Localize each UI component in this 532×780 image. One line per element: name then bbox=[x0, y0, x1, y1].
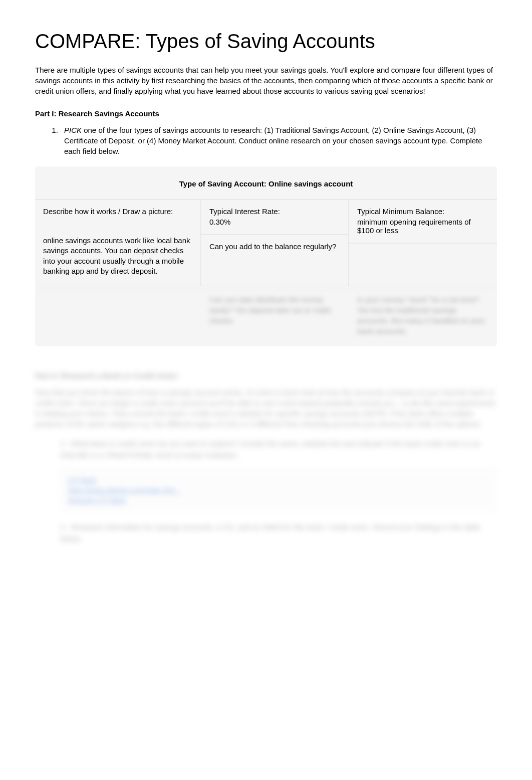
describe-label: Describe how it works / Draw a picture: bbox=[43, 207, 192, 216]
instruction-1: PICK one of the four types of savings ac… bbox=[60, 125, 497, 156]
blurred-link-2: https://www.citbank.com/index.htm... bbox=[68, 486, 489, 494]
blurred-right-cell: Is your money "stuck" for a set time? Ye… bbox=[349, 287, 497, 346]
picture-placeholder bbox=[43, 218, 192, 229]
part1-heading: Part I: Research Savings Accounts bbox=[35, 109, 497, 118]
blurred-link-3: Deposits CIT Bank bbox=[68, 496, 489, 504]
blurred-table-row: Can you take distribute the money easily… bbox=[35, 286, 497, 346]
pick-emphasis: PICK bbox=[64, 126, 82, 134]
instruction-1-text: one of the four types of savings account… bbox=[64, 126, 482, 155]
interest-value: 0.30% bbox=[209, 218, 340, 226]
balance-value: minimum opening requirements of $100 or … bbox=[357, 218, 489, 235]
account-table: Type of Saving Account: Online savings a… bbox=[35, 166, 497, 346]
describe-value: online savings accounts work like local … bbox=[43, 236, 192, 276]
blurred-link-1: CIT Bank bbox=[68, 476, 489, 484]
part2-heading: Part II: Research a Bank or Credit Union bbox=[35, 371, 497, 380]
describe-cell: Describe how it works / Draw a picture: … bbox=[35, 200, 201, 286]
blurred-item-3: 3. Research information for savings acco… bbox=[35, 522, 497, 544]
blurred-section: Part II: Research a Bank or Credit Union… bbox=[35, 371, 497, 544]
right-column: Typical Minimum Balance: minimum opening… bbox=[349, 200, 497, 286]
table-header: Type of Saving Account: Online savings a… bbox=[35, 166, 497, 200]
blurred-item-2: 2. What bank or credit union do you want… bbox=[35, 438, 497, 461]
add-balance-label: Can you add to the balance regularly? bbox=[209, 242, 340, 251]
balance-label: Typical Minimum Balance: bbox=[357, 207, 489, 216]
part2-text: Now that you know the basics of how a sa… bbox=[35, 387, 497, 429]
blurred-mid-cell: Can you take distribute the money easily… bbox=[201, 287, 349, 346]
blurred-link-box: CIT Bank https://www.citbank.com/index.h… bbox=[60, 469, 497, 512]
middle-column: Typical Interest Rate: 0.30% Can you add… bbox=[201, 200, 349, 286]
intro-paragraph: There are multiple types of savings acco… bbox=[35, 65, 497, 96]
interest-label: Typical Interest Rate: bbox=[209, 207, 340, 216]
page-title: COMPARE: Types of Saving Accounts bbox=[35, 30, 497, 53]
